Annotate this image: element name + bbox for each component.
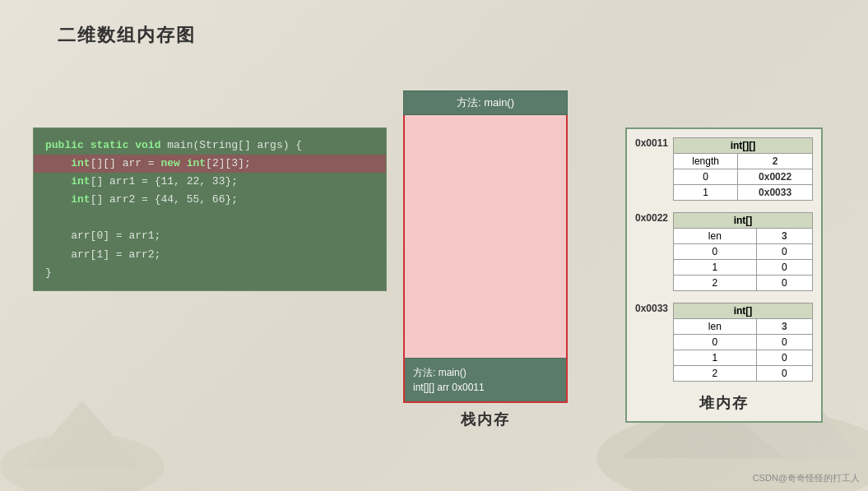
heap-table-0x0011: 0x0011 int[][] length2 00x0022 10x0033 xyxy=(635,137,813,201)
table-row: 10 xyxy=(674,260,813,276)
heap-table-0x0022: 0x0022 int[] len3 00 10 20 xyxy=(635,212,813,291)
table-0x0033-header: int[] xyxy=(674,303,813,319)
table-row: len3 xyxy=(674,319,813,335)
heap-table-0x0033: 0x0033 int[] len3 00 10 20 xyxy=(635,303,813,382)
stack-body: 方法: main() int[][] arr 0x0011 xyxy=(403,115,568,403)
stack-footer: 方法: main() int[][] arr 0x0011 xyxy=(405,358,566,401)
code-line-4: int[] arr2 = {44, 55, 66}; xyxy=(45,191,374,209)
table-row: 20 xyxy=(674,366,813,382)
table-row: 10x0033 xyxy=(674,185,813,201)
table-row: 00 xyxy=(674,244,813,260)
table-row: 00 xyxy=(674,335,813,350)
address-0x0033: 0x0033 xyxy=(635,303,668,314)
code-line-3: int[] arr1 = {11, 22, 33}; xyxy=(45,173,374,191)
table-0x0022: int[] len3 00 10 20 xyxy=(673,212,813,291)
table-0x0011: int[][] length2 00x0022 10x0033 xyxy=(673,137,813,201)
table-row: length2 xyxy=(674,154,813,169)
table-0x0022-header: int[] xyxy=(674,213,813,229)
table-0x0011-header: int[][] xyxy=(674,138,813,154)
stack-area: 方法: main() 方法: main() int[][] arr 0x0011… xyxy=(403,90,568,429)
code-line-6: arr[0] = arr1; xyxy=(45,227,374,245)
table-row: 00x0022 xyxy=(674,169,813,185)
table-row: 10 xyxy=(674,350,813,366)
stack-footer-line1: 方法: main() xyxy=(413,365,558,380)
table-row: 20 xyxy=(674,276,813,291)
code-line-7: arr[1] = arr2; xyxy=(45,246,374,264)
code-line-1: public static void main(String[] args) { xyxy=(45,137,374,155)
code-line-8: } xyxy=(45,264,374,282)
stack-label: 栈内存 xyxy=(403,410,568,429)
stack-footer-line2: int[][] arr 0x0011 xyxy=(413,380,558,395)
table-0x0033: int[] len3 00 10 20 xyxy=(673,303,813,382)
heap-area: 0x0011 int[][] length2 00x0022 10x0033 0… xyxy=(625,127,823,423)
address-0x0011: 0x0011 xyxy=(635,137,668,149)
page-title: 二维数组内存图 xyxy=(58,23,196,48)
heap-label: 堆内存 xyxy=(635,393,813,413)
watermark: CSDN@奇奇怪怪的打工人 xyxy=(753,472,860,484)
code-line-5 xyxy=(45,209,374,227)
stack-header: 方法: main() xyxy=(403,90,568,115)
code-block: public static void main(String[] args) {… xyxy=(33,127,387,291)
code-line-2-highlight: int[][] arr = new int[2][3]; xyxy=(34,155,386,173)
table-row: len3 xyxy=(674,229,813,244)
address-0x0022: 0x0022 xyxy=(635,212,668,224)
